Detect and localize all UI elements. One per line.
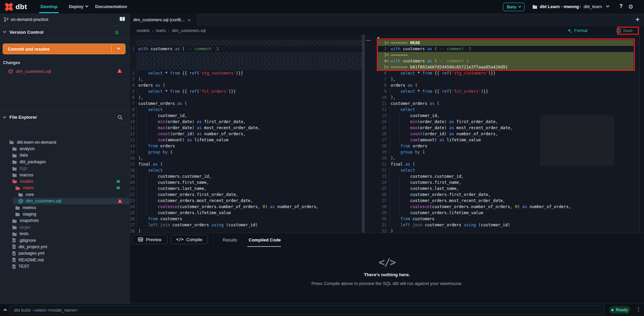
code-line[interactable]: 28 coalesce(customer_orders.number_of_or… (365, 204, 639, 210)
dbt-logo-icon[interactable] (4, 2, 13, 11)
editor-scrollbar-strip[interactable] (639, 35, 644, 233)
tab-deploy[interactable]: Deploy (69, 4, 83, 9)
code-line[interactable]: 16), (130, 155, 362, 161)
code-line[interactable]: 12 select (365, 107, 639, 113)
editor-split-sash[interactable] (362, 35, 365, 233)
code-line[interactable]: 23 customers.customer_id, (365, 173, 639, 179)
code-line[interactable]: 19 customers.customer_id, (130, 173, 362, 179)
code-line[interactable]: 1with customers as ( -- comment 2 (130, 46, 362, 52)
tree-item-tests[interactable]: tests (0, 231, 130, 237)
code-line[interactable]: 25 customer_orders.lifetime_value (130, 210, 362, 216)
code-line[interactable]: 25 customers.last_name, (365, 185, 639, 192)
tree-item-core[interactable]: core (0, 191, 130, 198)
file-explorer-header[interactable]: File Explorer (0, 111, 130, 123)
branch-row[interactable]: on-demand-practice (0, 13, 130, 26)
code-line[interactable]: 1+<<<<<<< HEAD (365, 40, 639, 46)
code-line[interactable]: 11 max(order_date) as most_recent_order_… (130, 125, 362, 131)
tab-dim-customers[interactable]: dim_customers.sql (confli... × (130, 13, 197, 26)
code-line[interactable]: 7customer_orders as ( (130, 100, 362, 107)
docs-book-icon[interactable] (119, 17, 125, 22)
code-line[interactable]: 3), (130, 76, 362, 82)
code-line[interactable]: 8 select (130, 107, 362, 113)
code-line[interactable]: 10 ), (365, 94, 639, 100)
project-branch[interactable]: dbt_learn (584, 4, 602, 9)
tree-item-dbt-learn-on-demand[interactable]: dbt-learn-on-demand (0, 139, 130, 145)
project-name[interactable]: dbt Learn - mwong (540, 4, 579, 9)
new-tab-plus-icon[interactable]: + (636, 16, 640, 24)
tab-develop[interactable]: Develop (40, 4, 58, 9)
tree-item-dbt-project-yml[interactable]: dbt_project.yml (0, 243, 130, 250)
tree-item-analysis[interactable]: analysis (0, 145, 130, 152)
command-kebab-menu-icon[interactable]: ⋮ (636, 306, 641, 313)
code-line[interactable]: 24 customers.first_name, (365, 179, 639, 185)
beta-dropdown[interactable]: Beta (503, 3, 525, 11)
code-line[interactable]: 28) (130, 228, 362, 233)
commit-and-resolve-button[interactable]: Commit and resolve (3, 44, 125, 54)
code-line[interactable]: 15 group by 1 (130, 149, 362, 155)
tab-close-icon[interactable]: × (188, 18, 191, 23)
file-search-icon[interactable] (117, 115, 123, 120)
code-line[interactable]: 2 select * from {{ ref('stg_customers')}… (130, 70, 362, 76)
code-line[interactable]: 23 customer_orders.most_recent_order_dat… (130, 198, 362, 204)
command-input[interactable] (9, 305, 605, 315)
preview-button[interactable]: Preview (132, 235, 168, 244)
tree-item-logs[interactable]: logs (0, 165, 130, 172)
compile-button[interactable]: </> Compile (171, 235, 208, 244)
code-line[interactable]: 14 from orders (130, 143, 362, 149)
code-line[interactable]: 2 with customers as ( -- comment 2 (365, 46, 639, 52)
tree-item-staging[interactable]: staging (0, 211, 130, 217)
code-line[interactable]: 3+======= (365, 52, 639, 58)
commit-options-chevron-icon[interactable] (112, 48, 125, 50)
code-line[interactable]: 27 left join customer_orders using (cust… (130, 222, 362, 228)
version-control-header[interactable]: Version Control 1 (0, 26, 130, 39)
code-line[interactable]: 17final as ( (130, 161, 362, 167)
tab-documentation[interactable]: Documentation (95, 4, 127, 9)
code-line[interactable]: 6), (130, 94, 362, 100)
code-line[interactable]: 4+with customers as ( -- comment 1 (365, 58, 639, 64)
code-line[interactable]: 8 orders as ( (365, 82, 639, 88)
breadcrumb-marts[interactable]: marts (156, 28, 166, 33)
code-line[interactable]: 30 from customers (365, 216, 639, 222)
code-line[interactable]: 27 customer_orders.most_recent_order_dat… (365, 198, 639, 204)
code-line[interactable]: 6 select * from {{ ref('stg_customers')}… (365, 70, 639, 76)
code-line[interactable]: 26 from customers (130, 216, 362, 222)
tree-item--gitignore[interactable]: .gitignore (0, 237, 130, 243)
tree-item-test[interactable]: TEST (0, 263, 130, 270)
tree-item-models[interactable]: modelsM (0, 178, 130, 184)
code-line[interactable]: 24 coalesce(customer_orders.number_of_or… (130, 204, 362, 210)
tree-item-metrics[interactable]: metrics (0, 204, 130, 211)
code-line[interactable]: 29 customer_orders.lifetime_value (365, 210, 639, 216)
tab-results[interactable]: Results (223, 233, 237, 247)
tree-item-dbt-packages[interactable]: dbt_packages (0, 159, 130, 165)
code-line[interactable]: 13 sum(amount) as lifetime_value (130, 137, 362, 143)
tree-item-snapshots[interactable]: snapshots (0, 218, 130, 224)
code-line[interactable]: 22 select (365, 167, 639, 173)
code-line[interactable]: 4orders as ( (130, 82, 362, 88)
tree-item-macros[interactable]: macros (0, 172, 130, 178)
format-button[interactable]: Format (567, 26, 588, 35)
code-line[interactable]: 11 customer_orders as ( (365, 100, 639, 107)
help-icon[interactable]: ? (619, 3, 623, 9)
code-line[interactable]: 31 left join customer_orders using (cust… (365, 222, 639, 228)
tab-compiled-code[interactable]: Compiled Code (249, 233, 281, 247)
tree-item-data[interactable]: data (0, 152, 130, 159)
code-line[interactable]: 9 customer_id, (130, 113, 362, 119)
tree-item-target[interactable]: target (0, 224, 130, 230)
code-line[interactable]: 26 customer_orders.first_order_date, (365, 192, 639, 198)
expand-chevron-up-icon[interactable] (4, 309, 7, 312)
code-line[interactable]: 9 select * from {{ ref('fct_orders')}} (365, 88, 639, 94)
settings-gear-icon[interactable]: ⚙ (628, 3, 633, 10)
code-line[interactable]: 7 ), (365, 76, 639, 82)
breadcrumb-models[interactable]: models (137, 28, 150, 33)
tree-item-marts[interactable]: martsM (0, 185, 130, 191)
save-button[interactable]: Save (617, 26, 633, 35)
code-line[interactable]: 22 customer_orders.first_order_date, (130, 192, 362, 198)
code-line[interactable]: 5 select * from {{ ref('fct_orders')}} (130, 88, 362, 94)
code-line[interactable]: 10 min(order_date) as first_order_date, (130, 119, 362, 125)
tree-item-dim-customers-sql[interactable]: dim_customers.sql (0, 198, 130, 204)
editor-pane-left[interactable]: 1with customers as ( -- comment 22 selec… (130, 35, 362, 233)
tree-item-packages-yml[interactable]: packages.yml (0, 250, 130, 257)
code-line[interactable]: 18 select (130, 167, 362, 173)
changed-file-row[interactable]: dim_customers.sql (8, 69, 51, 74)
code-line[interactable]: 32 ) (365, 228, 639, 233)
